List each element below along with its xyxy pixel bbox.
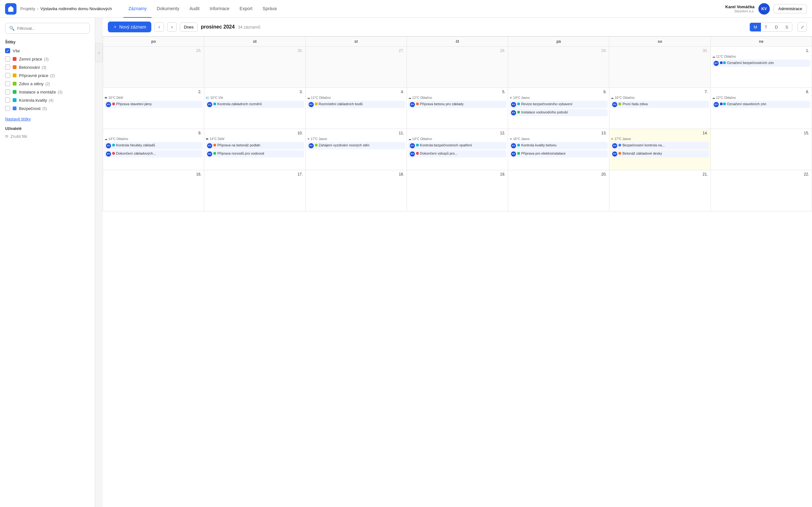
today-button[interactable]: Dnes [180,22,198,32]
tab-dokumenty[interactable]: Dokumenty [152,0,184,18]
prev-month-button[interactable]: ‹ [154,22,164,32]
label-checkbox-instalace[interactable] [5,89,10,95]
event-zahajeni-vyzdivani[interactable]: KV Zahájení vyzdívání nosných stěn [307,142,405,149]
label-dot-kontrola [13,98,16,102]
labels-section-title: Štítky [5,40,90,44]
event-revize[interactable]: KV Revize bezpečnostního vybavení [509,101,608,108]
label-item-zdivo[interactable]: Zdivo a stěny (2) [5,80,90,87]
tab-sprava[interactable]: Správa [258,0,282,18]
event-priprava-rozvodu[interactable]: KV Příprava rozvodů pro vodovod [206,150,304,158]
day-cell-21[interactable]: 21. [609,170,711,211]
day-cell-10[interactable]: 10. 🌧 14°C Déšť KV Příprava na betonáž p… [204,129,305,170]
event-kontrola-kvality-betonu[interactable]: KV Kontrola kvality betonu [509,142,608,149]
reset-filter[interactable]: ⟳ Zrušit filtr [5,134,90,139]
day-cell-20[interactable]: 20. [508,170,609,211]
event-priprava-elektro[interactable]: KV Příprava pro elektroinstalace [509,150,608,158]
day-cell-25[interactable]: 25. [103,47,204,88]
tab-audit[interactable]: Audit [184,0,205,18]
day-cell-6[interactable]: 6. ☀ 14°C Jasno KV Revize bezpečnostního… [508,88,609,129]
event-dokonceni-vykopu[interactable]: KV Dokončení výkopů pro... [408,150,507,158]
event-rozmisteni[interactable]: KV Rozmístění základních bodů [307,101,405,108]
view-s-button[interactable]: S [781,23,792,32]
tab-zaznamy[interactable]: Záznamy [123,0,152,18]
event-priprava-betonu[interactable]: KV Příprava betonu pro základy [408,101,507,108]
tab-informace[interactable]: Informace [205,0,235,18]
event-oznaceni-zón-1[interactable]: KV Označení bezpečnostních zón [712,60,810,67]
event-dots [112,152,115,155]
day-cell-5[interactable]: 5. ☁ 12°C Oblačno KV Příprava betonu pro… [407,88,508,129]
day-cell-28[interactable]: 28. [407,47,508,88]
day-cell-14[interactable]: 14. ☀ 17°C Jasno KV Bezpečnostní kontrol… [609,129,711,170]
day-cell-1[interactable]: 1. ☁ 11°C Oblačno KV Označení bezpečnost… [711,47,812,88]
day-cell-16[interactable]: 16. [103,170,204,211]
label-checkbox-zdivo[interactable] [5,81,10,86]
label-dot-pripravne [13,73,16,77]
nastavit-stitky-link[interactable]: Nastavit štítky [5,117,90,121]
search-input[interactable] [17,26,86,31]
event-priprava-betonaz-podlah[interactable]: KV Příprava na betonáž podlah [206,142,304,149]
event-dot-yellow [315,103,317,105]
event-dot-red [112,103,115,105]
label-item-kontrola[interactable]: Kontrola kvality (4) [5,97,90,103]
day-header-po: po [103,37,204,47]
admin-button[interactable]: Administrace [774,4,807,13]
day-cell-11[interactable]: 11. ☀ 17°C Jasno KV Zahájení vyzdívání n… [306,129,407,170]
day-cell-3[interactable]: 3. 💨 10°C Vítr KV Kontrola základních ro… [204,88,305,129]
label-checkbox-zemni[interactable] [5,56,10,61]
label-item-instalace[interactable]: Instalace a montáže (3) [5,89,90,95]
day-cell-29[interactable]: 29. [508,47,609,88]
sidebar-toggle[interactable]: ‹ [95,43,103,62]
day-cell-2[interactable]: 2. 🌧 10°C Déšť KV Příprava stavební jámy [103,88,204,129]
day-cell-18[interactable]: 18. [306,170,407,211]
day-cell-4[interactable]: 4. ☁ 11°C Oblačno KV Rozmístění základní… [306,88,407,129]
day-cell-9[interactable]: 9. ☁ 14°C Oblačno KV Kontrola hloubky zá… [103,129,204,170]
label-checkbox-pripravne[interactable] [5,73,10,78]
next-month-button[interactable]: › [167,22,177,32]
day-cell-12[interactable]: 12. ☁ 14°C Oblačno KV Kontrola bezpečnos… [407,129,508,170]
view-day-button[interactable]: D [771,23,781,32]
event-kontrola-rozmeru[interactable]: KV Kontrola základních rozměrů [206,101,304,108]
label-item-vse[interactable]: ✓ Vše [5,48,90,54]
label-checkbox-kontrola[interactable] [5,98,10,103]
day-cell-17[interactable]: 17. [204,170,305,211]
event-kontrola-hloubky[interactable]: KV Kontrola hloubky základů [104,142,203,149]
event-text: Kontrola bezpečnostních opatření [420,143,472,147]
event-avatar: KV [207,143,212,148]
label-item-pripravne[interactable]: Přípravné práce (2) [5,72,90,78]
day-cell-19[interactable]: 19. [407,170,508,211]
label-checkbox-betonovani[interactable] [5,65,10,70]
day-cell-8[interactable]: 8. ☁ 12°C Oblačno KV Označení stavebních… [711,88,812,129]
new-record-button[interactable]: ＋ Nový záznam [108,21,151,32]
event-dot-cyan [723,103,726,105]
event-dots [213,152,216,155]
event-dokonceni-zakladovych[interactable]: KV Dokončení základových... [104,150,203,158]
day-cell-15[interactable]: 15. [711,129,812,170]
view-month-button[interactable]: M [750,23,761,32]
event-oznaceni-stavebnich-zon[interactable]: KV Označení stavebních zón [712,101,810,108]
day-cell-26[interactable]: 26. [204,47,305,88]
event-priprava-jamy[interactable]: KV Příprava stavební jámy [104,101,203,108]
label-item-zemni[interactable]: Zemní práce (3) [5,56,90,62]
event-kontrola-bezpecnosti[interactable]: KV Kontrola bezpečnostních opatření [408,142,507,149]
label-checkbox-vse[interactable]: ✓ [5,48,10,53]
day-cell-22[interactable]: 22. [711,170,812,211]
event-betonaz-zakladove[interactable]: KV Betonáž základové desky [611,150,709,158]
label-item-bezpecnost[interactable]: Bezpečnost (5) [5,105,90,112]
expand-button[interactable]: ⤢ [798,22,807,32]
day-cell-13[interactable]: 13. ☀ 16°C Jasno KV Kontrola kvality bet… [508,129,609,170]
day-cell-27[interactable]: 27. [306,47,407,88]
weather-13: ☀ 16°C Jasno [509,137,608,141]
event-instalace-vody[interactable]: KV Instalace vodovodního potrubí [509,109,608,116]
event-bezpecnostni-kontrola[interactable]: KV Bezpečnostní kontrola na... [611,142,709,149]
label-checkbox-bezpecnost[interactable] [5,106,10,111]
day-cell-30[interactable]: 30. [609,47,711,88]
day-cell-7[interactable]: 7. ☁ 16°C Oblačno KV První řada zdiva [609,88,711,129]
tab-export[interactable]: Export [235,0,257,18]
view-t-button[interactable]: T [761,23,771,32]
breadcrumb-parent[interactable]: Projekty [20,6,35,11]
label-item-betonovani[interactable]: Betonování (3) [5,64,90,70]
label-text-bezpecnost: Bezpečnost (5) [19,106,47,111]
event-text: Bezpečnostní kontrola na... [622,143,664,147]
event-prvni-zdivo[interactable]: KV První řada zdiva [611,101,709,108]
event-dots [315,103,317,105]
